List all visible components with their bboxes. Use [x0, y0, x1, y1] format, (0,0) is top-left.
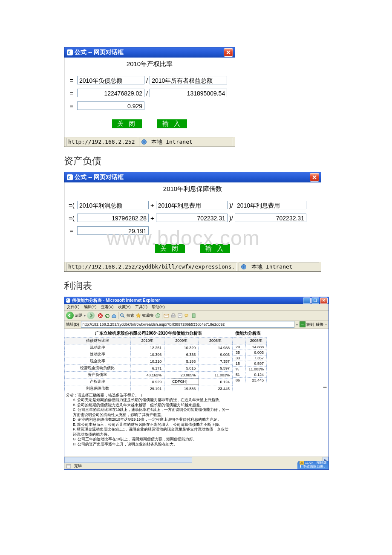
- operand-b-label[interactable]: 2010年利息费用: [156, 201, 228, 209]
- research-icon[interactable]: [191, 313, 196, 318]
- suffix: )/: [229, 214, 233, 222]
- analysis-block: 分析：请选择正确答案，错选多选不得分。（ A. 公司无论是短期的偿债能力还是长期…: [64, 392, 233, 448]
- forward-icon[interactable]: [87, 312, 95, 319]
- table-row: 现金比率10.2105.1937.357: [65, 358, 233, 365]
- analysis-option[interactable]: B. 公司的短期的偿债能力近几年来越来越强，但长期的偿债能力却越来越差。: [73, 403, 231, 408]
- stub-cell: 51: [233, 372, 246, 378]
- section-heading-profit: 利润表: [64, 280, 328, 292]
- value-cell: 11.003%: [199, 372, 233, 379]
- ie-icon: [67, 49, 73, 55]
- operand-a-value[interactable]: 19796282.28: [77, 214, 149, 222]
- scrollbar-thumb[interactable]: [64, 457, 192, 463]
- horizontal-scrollbar[interactable]: ▶: [64, 457, 329, 463]
- discuss-icon[interactable]: [184, 313, 190, 318]
- metric-cell: 资产负债率: [65, 372, 131, 379]
- stub-cell: 35: [233, 350, 246, 356]
- enter-button[interactable]: 输 入: [157, 119, 187, 128]
- result-value[interactable]: 0.929: [77, 101, 144, 110]
- links-label[interactable]: 链接: [316, 322, 323, 327]
- operand-c-label[interactable]: 2010年利息费用: [235, 201, 306, 209]
- operator: +: [150, 202, 154, 209]
- back-icon[interactable]: [66, 312, 74, 319]
- stub-cell: 15: [233, 361, 246, 367]
- dialog-title: 公式 -- 网页对话框: [75, 49, 124, 56]
- close-icon[interactable]: [310, 173, 319, 182]
- menu-view[interactable]: 查看(V): [101, 304, 114, 310]
- value-cell: 9.003: [246, 350, 267, 356]
- col-metric: 偿债财务比率: [65, 338, 131, 344]
- history-icon[interactable]: [155, 313, 161, 318]
- result-value[interactable]: 29.191: [77, 226, 149, 235]
- maximize-icon[interactable]: ❐: [311, 298, 319, 304]
- stop-icon[interactable]: [98, 313, 103, 318]
- value-cell: 9.597: [246, 361, 267, 367]
- done-icon: [66, 463, 72, 469]
- back-label[interactable]: 后退: [75, 313, 83, 318]
- home-icon[interactable]: [111, 313, 117, 318]
- edit-icon[interactable]: [177, 313, 183, 318]
- address-input[interactable]: http://192.168.2.252/zyddbk/bill/cwfx/re…: [81, 321, 294, 328]
- close-button[interactable]: 关 闭: [155, 244, 185, 253]
- refresh-icon[interactable]: [104, 313, 110, 318]
- browser-content: 广东立峻机床股份有限公司2008~2010年偿债能力分析表 偿债财务比率 201…: [64, 329, 329, 457]
- menu-fav[interactable]: 收藏(A): [118, 304, 131, 310]
- analysis-option[interactable]: F. 经营现金流动负债比在5以上，说明企业的经营活动的现金流量足够支付流动负债，…: [73, 427, 231, 437]
- value-cell: 10.210: [130, 358, 164, 365]
- metric-cell: 利息保障倍数: [65, 385, 131, 392]
- print-icon[interactable]: [170, 313, 176, 318]
- menu-help[interactable]: 帮助(H): [152, 304, 165, 310]
- analysis-option[interactable]: G. 公司三年的速动比率在10以上，说明短期偿债力强，短期偿债能力好。: [73, 437, 231, 442]
- analysis-option[interactable]: D. 企业的利息保障倍数2010年达到29.19倍，一定程度上说明企业偿付利息的…: [73, 417, 231, 422]
- value-cell: 23.445: [246, 378, 267, 383]
- metric-cell: 产权比率: [65, 379, 131, 385]
- operand-a-label[interactable]: 2010年利润总额: [77, 201, 149, 209]
- value-cell: 6.335: [164, 351, 199, 358]
- close-button[interactable]: 关 闭: [112, 119, 142, 128]
- operand-b-value[interactable]: 702232.31: [156, 214, 228, 222]
- status-bar: http://192.168.2.252 本地 Intranet: [64, 137, 235, 147]
- menu-tools[interactable]: 工具(T): [135, 304, 148, 310]
- titlebar[interactable]: 公式 -- 网页对话框: [64, 172, 321, 182]
- table-row: 资产负债率48.162%20.085%11.003%: [65, 372, 233, 379]
- value-cell: 14.888: [246, 344, 267, 350]
- minimize-icon[interactable]: _: [303, 298, 311, 304]
- menu-bar[interactable]: 文件(F) 编辑(E) 查看(V) 收藏(A) 工具(T) 帮助(H): [64, 304, 329, 311]
- search-label[interactable]: 搜索: [127, 313, 134, 318]
- analysis-option[interactable]: C. 公司三年的流动比率在10以上，速动比率在6以上，一方面说明公司短期偿债能力…: [73, 408, 231, 417]
- analysis-option[interactable]: A. 公司无论是短期的偿债能力还是长期的偿债能力都非常的强，在近几年来呈上升趋势…: [73, 398, 231, 402]
- titlebar[interactable]: 公式 -- 网页对话框: [64, 47, 235, 58]
- dialog-body: 2010年产权比率 = 2010年负债总额 / 2010年所有者权益总额 = 1…: [64, 58, 235, 137]
- operand-c-value[interactable]: 702232.31: [235, 214, 306, 222]
- equals: =: [68, 227, 75, 234]
- enter-button[interactable]: 输 入: [200, 244, 230, 253]
- right-col-2008: 2008年: [246, 338, 267, 344]
- favorites-icon[interactable]: [135, 313, 141, 318]
- zone-label: 本地 Intranet: [151, 139, 192, 145]
- address-bar: 地址(D) http://192.168.2.252/zyddbk/bill/c…: [64, 321, 329, 329]
- close-icon[interactable]: [224, 48, 233, 57]
- browser-titlebar[interactable]: 偿债能力分析表 - Microsoft Internet Explorer _ …: [64, 297, 329, 304]
- svg-rect-12: [172, 314, 174, 315]
- favorites-label[interactable]: 收藏夹: [142, 313, 154, 318]
- go-button[interactable]: → 转到: [300, 321, 314, 327]
- tray-text2: 本壁面取自果。: [303, 465, 327, 468]
- operand-a-label[interactable]: 2010年负债总额: [77, 76, 144, 84]
- value-cell: 20.085%: [164, 372, 199, 379]
- operand-a-value[interactable]: 122476829.02: [77, 89, 144, 97]
- ie-icon: [67, 174, 73, 180]
- value-cell: 9.003: [199, 351, 233, 358]
- search-icon[interactable]: [120, 313, 125, 318]
- operator: +: [150, 214, 154, 222]
- operand-b-label[interactable]: 2010年所有者权益总额: [150, 76, 227, 84]
- close-icon[interactable]: ✕: [320, 298, 328, 304]
- menu-file[interactable]: 文件(F): [67, 304, 80, 310]
- table-row: 产权比率0.9290.2510.124: [65, 379, 233, 385]
- value-cell: 48.162%: [130, 372, 164, 379]
- analysis-option[interactable]: H. 公司的资产负债率逐年上升，说明企业的财务风险在加大。: [73, 442, 231, 447]
- stub-cell: %: [233, 367, 246, 372]
- mail-icon[interactable]: [164, 313, 169, 318]
- analysis-option[interactable]: E. 就公司本身而言，公司近几年的财务风险在不断的增大，公司清算偿债能力不断下降…: [73, 422, 231, 427]
- answer-overlay[interactable]: CDFGH）: [171, 379, 199, 385]
- operand-b-value[interactable]: 131895009.54: [150, 89, 227, 97]
- menu-edit[interactable]: 编辑(E): [84, 304, 97, 310]
